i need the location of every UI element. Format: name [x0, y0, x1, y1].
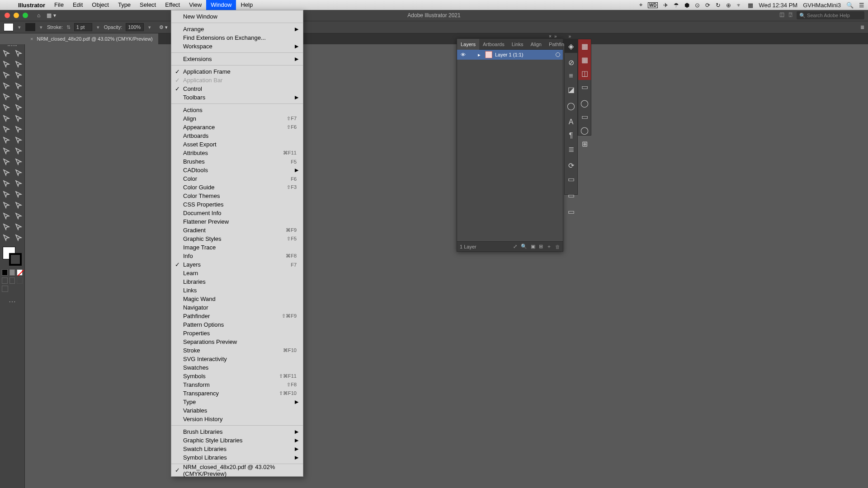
line-tool[interactable] — [12, 80, 24, 91]
preferences-icon[interactable]: ⚙ ▾ — [159, 24, 168, 30]
menu-help[interactable]: Help — [236, 0, 257, 10]
spotlight-icon[interactable]: 🔍 — [846, 2, 854, 9]
menu-item-swatch-libraries[interactable]: Swatch Libraries▶ — [171, 445, 303, 453]
layer-name[interactable]: Layer 1 (1:1) — [495, 52, 523, 57]
paragraph-icon[interactable]: ¶ — [565, 129, 577, 142]
menu-item-css-properties[interactable]: CSS Properties — [171, 200, 303, 209]
menu-type[interactable]: Type — [113, 0, 135, 10]
menu-object[interactable]: Object — [87, 0, 113, 10]
menu-item-graphic-styles[interactable]: Graphic Styles⇧F5 — [171, 235, 303, 243]
status-icon[interactable]: ⬢ — [684, 2, 689, 9]
panel-menu-icon[interactable]: ≣ — [860, 24, 864, 30]
selection-tool[interactable] — [0, 48, 12, 59]
menu-item-properties[interactable]: Properties — [171, 329, 303, 338]
menu-item-transform[interactable]: Transform⇧F8 — [171, 380, 303, 389]
menu-item-links[interactable]: Links — [171, 286, 303, 295]
library-icon[interactable]: ⟳ — [565, 159, 577, 172]
menu-file[interactable]: File — [50, 0, 68, 10]
status-icon[interactable]: ⟳ — [705, 2, 710, 9]
opacity-field[interactable]: 100% — [126, 23, 144, 31]
menu-item-arrange[interactable]: Arrange▶ — [171, 25, 303, 33]
status-icon[interactable]: ⊕ — [726, 2, 731, 9]
layer-row[interactable]: 👁▸Layer 1 (1:1) — [457, 50, 563, 60]
menu-item-libraries[interactable]: Libraries — [171, 277, 303, 286]
panel-icon[interactable]: ◫ — [578, 66, 591, 80]
menu-item-brush-libraries[interactable]: Brush Libraries▶ — [171, 427, 303, 436]
panel-tab-align[interactable]: Align — [527, 39, 545, 50]
status-icon[interactable]: ⌖ — [639, 1, 642, 9]
layers-icon[interactable]: ◈ — [565, 39, 577, 53]
zoom-window-button[interactable] — [23, 13, 28, 18]
status-icon[interactable]: ⊙ — [695, 2, 700, 9]
menu-item-appearance[interactable]: Appearance⇧F6 — [171, 123, 303, 131]
type-tool[interactable] — [0, 80, 12, 91]
draw-mode-button[interactable] — [2, 277, 8, 284]
stroke-weight-dropdown-icon[interactable]: ▾ — [96, 24, 100, 30]
stroke-dropdown-icon[interactable]: ▾ — [39, 24, 43, 30]
menu-item-image-trace[interactable]: Image Trace — [171, 243, 303, 252]
graph-tool[interactable] — [12, 167, 24, 178]
panel-icon[interactable]: ▭ — [578, 110, 591, 123]
app-name[interactable]: Illustrator — [14, 2, 50, 9]
panel-icon[interactable]: ▭ — [565, 172, 577, 186]
draw-mode-button[interactable] — [9, 277, 15, 284]
glyphs-icon[interactable]: ≣ — [565, 142, 577, 156]
gradient-tool[interactable] — [12, 145, 24, 156]
menu-item-graphic-style-libraries[interactable]: Graphic Style Libraries▶ — [171, 436, 303, 445]
align-icon[interactable]: ≡ — [565, 69, 577, 83]
arrange-documents-button[interactable]: ▦ ▾ — [47, 12, 56, 19]
menu-item-version-history[interactable]: Version History — [171, 415, 303, 423]
menu-item-control[interactable]: ✓Control — [171, 84, 303, 93]
eraser-tool[interactable] — [12, 102, 24, 113]
menu-item-stroke[interactable]: Stroke⌘F10 — [171, 346, 303, 355]
close-window-button[interactable] — [5, 13, 10, 18]
panel-icon[interactable]: ▭ — [578, 80, 591, 94]
menu-item-attributes[interactable]: Attributes⌘F11 — [171, 149, 303, 157]
menu-item-pathfinder[interactable]: Pathfinder⇧⌘F9 — [171, 312, 303, 320]
menu-item-brushes[interactable]: BrushesF5 — [171, 157, 303, 166]
menu-item-cadtools[interactable]: CADtools▶ — [171, 166, 303, 174]
menu-item-color-guide[interactable]: Color Guide⇧F3 — [171, 183, 303, 192]
layer-clip-icon[interactable]: ▣ — [531, 244, 535, 249]
eyedropper-tool[interactable] — [0, 156, 12, 167]
color-mode-button[interactable] — [2, 269, 8, 276]
menu-item-asset-export[interactable]: Asset Export — [171, 140, 303, 149]
perspective-tool[interactable] — [12, 135, 24, 145]
menu-item-extensions[interactable]: Extensions▶ — [171, 55, 303, 63]
panel-collapse-icon[interactable]: » — [568, 34, 571, 39]
help-icon[interactable]: ⍰ — [789, 11, 792, 19]
menu-item-swatches[interactable]: Swatches — [171, 363, 303, 372]
pathfinder-icon[interactable]: ◪ — [565, 83, 577, 96]
menu-item-learn[interactable]: Learn — [171, 269, 303, 277]
menu-item-color[interactable]: ColorF6 — [171, 174, 303, 183]
menubar-clock[interactable]: Wed 12:34 PM — [759, 2, 797, 9]
date-icon[interactable]: ▦ — [748, 2, 753, 9]
rotate-tool[interactable] — [0, 113, 12, 124]
hand-tool[interactable] — [0, 189, 12, 200]
panel-tab-artboards[interactable]: Artboards — [479, 39, 508, 50]
layer-new-icon[interactable]: ＋ — [547, 243, 552, 250]
magic-wand-tool[interactable] — [0, 70, 12, 80]
blend-tool[interactable] — [12, 156, 24, 167]
fill-dropdown-icon[interactable]: ▾ — [17, 24, 22, 30]
panel-collapse-icon[interactable]: » — [554, 34, 557, 39]
close-tab-icon[interactable]: × — [30, 36, 33, 42]
canvas-area[interactable] — [25, 44, 868, 488]
menu-item-symbols[interactable]: Symbols⇧⌘F11 — [171, 372, 303, 380]
layer-delete-icon[interactable]: 🗑 — [555, 244, 560, 249]
direct-selection-tool[interactable] — [12, 48, 24, 59]
none-mode-button[interactable] — [17, 269, 23, 276]
menu-item-flattener-preview[interactable]: Flattener Preview — [171, 217, 303, 226]
menu-item-svg-interactivity[interactable]: SVG Interactivity — [171, 355, 303, 363]
menu-item-magic-wand[interactable]: Magic Wand — [171, 295, 303, 303]
shaper-tool[interactable] — [0, 102, 12, 113]
menu-item-type[interactable]: Type▶ — [171, 398, 303, 406]
expand-icon[interactable]: ▸ — [478, 52, 482, 58]
menu-item-variables[interactable]: Variables — [171, 406, 303, 415]
artboard-tool[interactable] — [0, 178, 12, 189]
artboard-icon[interactable]: ▭ — [565, 188, 577, 202]
free-transform-tool[interactable] — [12, 124, 24, 135]
menu-item-symbol-libraries[interactable]: Symbol Libraries▶ — [171, 453, 303, 462]
width-tool[interactable] — [0, 124, 12, 135]
menu-window[interactable]: Window — [206, 0, 236, 10]
